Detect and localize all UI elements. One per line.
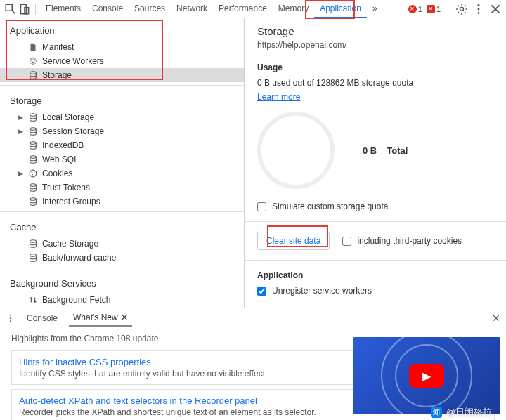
kebab-icon[interactable] — [6, 312, 15, 324]
sidebar-item-label: Web SQL — [42, 155, 79, 164]
sidebar-item-label: Session Storage — [42, 126, 104, 136]
svg-point-5 — [478, 12, 480, 14]
svg-point-16 — [30, 184, 37, 187]
device-icon[interactable] — [18, 3, 31, 15]
expand-icon[interactable]: ▶ — [18, 114, 24, 121]
play-icon: ▶ — [409, 364, 444, 388]
sidebar-item-web-sql[interactable]: Web SQL — [0, 152, 244, 166]
sidebar-section-heading: Cache — [0, 215, 244, 237]
sidebar-item-manifest[interactable]: Manifest — [0, 40, 244, 54]
sidebar-item-session-storage[interactable]: ▶Session Storage — [0, 124, 244, 138]
tabs-more[interactable]: » — [367, 0, 383, 18]
sidebar-item-cache-storage[interactable]: Cache Storage — [0, 237, 244, 251]
third-party-checkbox[interactable] — [342, 237, 351, 246]
drawer-tab-console[interactable]: Console — [22, 310, 62, 326]
svg-point-2 — [460, 7, 464, 11]
sidebar-item-label: Interest Groups — [42, 197, 100, 206]
sidebar-item-storage[interactable]: Storage — [0, 68, 244, 82]
error-count: 1 — [418, 5, 422, 13]
sidebar-item-interest-groups[interactable]: Interest Groups — [0, 195, 244, 209]
main-panel: ApplicationManifestService WorkersStorag… — [0, 18, 506, 308]
issue-count: 1 — [436, 5, 441, 13]
svg-point-17 — [30, 198, 37, 201]
svg-point-23 — [10, 320, 11, 322]
sidebar-item-local-storage[interactable]: ▶Local Storage — [0, 110, 244, 124]
drawer-close-icon[interactable]: ✕ — [492, 313, 500, 324]
tab-network[interactable]: Network — [171, 0, 213, 18]
kebab-icon[interactable] — [472, 3, 485, 15]
simulate-quota-label: Simulate custom storage quota — [272, 202, 388, 211]
page-title: Storage — [257, 25, 493, 37]
db-icon — [28, 140, 38, 150]
sidebar-item-background-sync[interactable]: Background Sync — [0, 307, 244, 308]
sidebar-item-background-fetch[interactable]: Background Fetch — [0, 293, 244, 307]
expand-icon[interactable]: ▶ — [18, 170, 24, 177]
svg-point-13 — [31, 171, 32, 173]
drawer: Console What's New ✕ ✕ Highlights from t… — [0, 308, 506, 420]
sidebar-item-label: Cookies — [42, 169, 72, 178]
tab-performance[interactable]: Performance — [213, 0, 273, 18]
file-icon — [28, 42, 38, 52]
tab-sources[interactable]: Sources — [129, 0, 171, 18]
usage-ring-chart — [257, 112, 335, 189]
svg-rect-0 — [20, 4, 26, 14]
expand-icon[interactable]: ▶ — [18, 128, 24, 135]
simulate-quota-row: Simulate custom storage quota — [257, 202, 493, 211]
separator — [448, 4, 448, 15]
gear-icon[interactable] — [455, 3, 468, 15]
tab-console[interactable]: Console — [86, 0, 129, 18]
divider — [245, 260, 506, 261]
close-icon[interactable]: ✕ — [121, 313, 128, 322]
svg-point-8 — [30, 114, 37, 117]
third-party-row: including third-party cookies — [342, 236, 462, 246]
svg-point-18 — [30, 240, 37, 243]
issue-badge[interactable]: ✕1 — [427, 5, 441, 13]
svg-point-14 — [34, 172, 35, 173]
clear-row: Clear site data including third-party co… — [257, 232, 493, 250]
main-tabs: Elements Console Sources Network Perform… — [40, 0, 407, 18]
simulate-quota-checkbox[interactable] — [257, 202, 266, 211]
divider — [245, 306, 506, 306]
updown-icon — [28, 295, 38, 305]
devtools-toolbar: Elements Console Sources Network Perform… — [0, 0, 506, 18]
sidebar-item-trust-tokens[interactable]: Trust Tokens — [0, 181, 244, 195]
error-badge[interactable]: ✕1 — [408, 5, 422, 13]
tab-memory[interactable]: Memory — [273, 0, 314, 18]
application-sidebar: ApplicationManifestService WorkersStorag… — [0, 18, 245, 308]
cookie-icon — [28, 169, 38, 178]
video-thumbnail[interactable]: ▶ — [353, 337, 500, 414]
sidebar-item-indexeddb[interactable]: IndexedDB — [0, 138, 244, 152]
svg-point-11 — [30, 156, 37, 159]
sidebar-item-label: Local Storage — [42, 112, 94, 122]
sidebar-item-service-workers[interactable]: Service Workers — [0, 54, 244, 68]
svg-point-6 — [32, 60, 34, 63]
sidebar-item-back-forward-cache[interactable]: Back/forward cache — [0, 251, 244, 265]
sidebar-item-label: Service Workers — [42, 56, 104, 66]
tab-application[interactable]: Application — [314, 0, 367, 18]
tab-elements[interactable]: Elements — [40, 0, 86, 18]
toolbar-right: ✕1 ✕1 — [408, 3, 502, 15]
svg-point-19 — [30, 254, 37, 257]
sidebar-item-label: Back/forward cache — [42, 253, 116, 263]
inspect-icon[interactable] — [4, 3, 17, 15]
svg-point-10 — [30, 142, 37, 145]
close-icon[interactable] — [489, 3, 502, 15]
sidebar-item-label: Cache Storage — [42, 239, 98, 249]
unregister-checkbox[interactable] — [257, 287, 266, 296]
db-icon — [28, 239, 38, 249]
svg-point-12 — [30, 170, 37, 177]
usage-value: 0 B — [363, 145, 377, 156]
sidebar-item-cookies[interactable]: ▶Cookies — [0, 166, 244, 181]
divider — [0, 268, 244, 268]
usage-total-text: Total — [387, 145, 408, 156]
divider — [0, 211, 244, 212]
sidebar-item-label: Storage — [42, 70, 72, 80]
svg-point-15 — [32, 174, 33, 176]
gear-icon — [28, 56, 38, 66]
learn-more-link[interactable]: Learn more — [257, 92, 300, 102]
watermark: 知 @日朗格拉 — [431, 406, 492, 419]
clear-site-data-button[interactable]: Clear site data — [257, 232, 330, 250]
unregister-label: Unregister service workers — [272, 286, 372, 296]
drawer-tab-whatsnew[interactable]: What's New ✕ — [69, 310, 132, 327]
svg-point-4 — [478, 8, 480, 10]
